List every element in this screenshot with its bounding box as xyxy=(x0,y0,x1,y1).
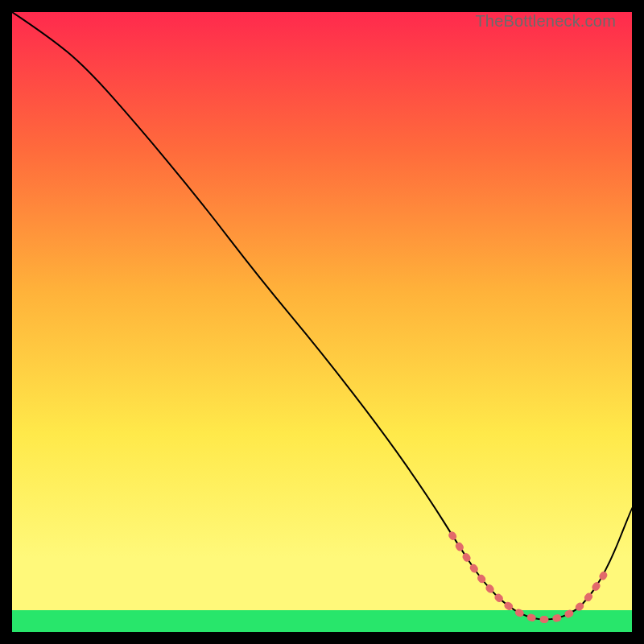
chart-frame: TheBottleneck.com xyxy=(12,12,632,632)
gradient-background xyxy=(12,12,632,632)
watermark-text: TheBottleneck.com xyxy=(475,12,616,31)
bottleneck-plot xyxy=(12,12,632,632)
